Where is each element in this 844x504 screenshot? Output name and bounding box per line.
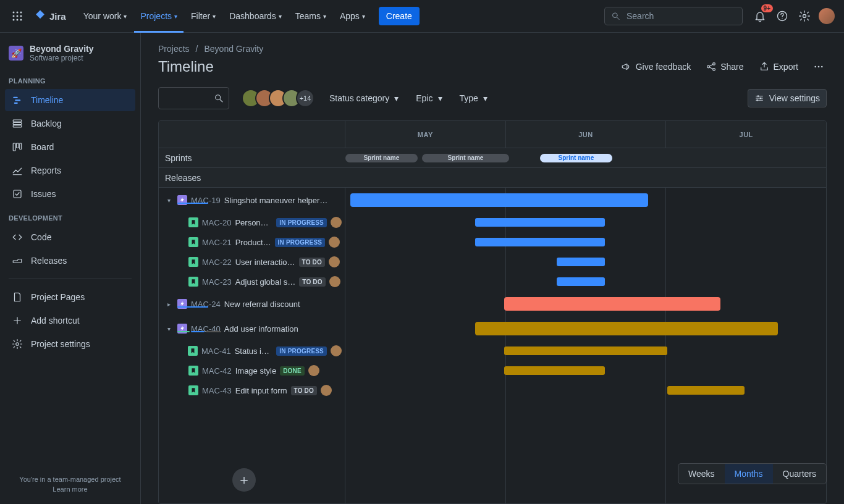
create-button[interactable]: Create bbox=[379, 7, 420, 25]
timeline-bar[interactable] bbox=[504, 297, 720, 311]
issue-summary: Status in… bbox=[235, 346, 273, 356]
issue-key[interactable]: MAC-41 bbox=[201, 346, 231, 356]
epic-row[interactable]: ▾MAC-40Add user information bbox=[159, 316, 826, 341]
expand-icon[interactable]: ▾ bbox=[164, 324, 174, 334]
more-actions-button[interactable] bbox=[811, 57, 827, 76]
assignee-avatar[interactable] bbox=[329, 276, 340, 287]
gear-icon bbox=[11, 338, 23, 350]
nav-apps[interactable]: Apps▾ bbox=[334, 0, 371, 33]
svg-point-12 bbox=[782, 19, 782, 19]
more-icon bbox=[813, 61, 824, 72]
assignee-avatar[interactable] bbox=[331, 345, 342, 356]
zoom-segmented-control: Weeks Months Quarters bbox=[678, 463, 827, 484]
nav-teams[interactable]: Teams▾ bbox=[289, 0, 332, 33]
zoom-months[interactable]: Months bbox=[725, 464, 773, 484]
timeline-bar[interactable] bbox=[667, 386, 744, 395]
filter-status-category[interactable]: Status category▾ bbox=[327, 90, 401, 107]
issue-key[interactable]: MAC-22 bbox=[202, 258, 232, 267]
project-header[interactable]: 🚀 Beyond Gravity Software project bbox=[0, 38, 140, 69]
filter-type[interactable]: Type▾ bbox=[457, 90, 490, 107]
issue-key[interactable]: MAC-42 bbox=[202, 366, 232, 376]
avatar-more[interactable]: +14 bbox=[296, 89, 314, 107]
story-row[interactable]: MAC-23Adjust global s…TO DO bbox=[159, 272, 826, 292]
timeline-bar[interactable] bbox=[557, 258, 605, 266]
sidebar-item-board[interactable]: Board bbox=[5, 136, 135, 158]
assignee-filter-avatars[interactable]: +14 bbox=[242, 89, 314, 107]
timeline-bar[interactable] bbox=[504, 346, 668, 355]
sprint-pill[interactable]: Sprint name bbox=[540, 154, 612, 162]
assignee-avatar[interactable] bbox=[331, 217, 342, 228]
add-fab[interactable]: ＋ bbox=[232, 468, 256, 492]
sprint-pill[interactable]: Sprint name bbox=[422, 154, 509, 162]
timeline-search[interactable] bbox=[158, 87, 229, 109]
timeline-bar[interactable] bbox=[350, 193, 648, 207]
timeline-bar[interactable] bbox=[557, 277, 605, 286]
sidebar-item-issues[interactable]: Issues bbox=[5, 183, 135, 205]
assignee-avatar[interactable] bbox=[321, 385, 332, 396]
timeline-bar[interactable] bbox=[475, 322, 778, 335]
notifications-icon[interactable]: 9+ bbox=[750, 6, 770, 26]
sidebar-item-releases[interactable]: Releases bbox=[5, 250, 135, 272]
timeline-bar[interactable] bbox=[475, 218, 605, 227]
crumb-project[interactable]: Beyond Gravity bbox=[204, 44, 263, 54]
breadcrumb: Projects / Beyond Gravity bbox=[158, 44, 827, 54]
search-input[interactable] bbox=[625, 10, 736, 22]
nav-projects[interactable]: Projects▾ bbox=[134, 0, 184, 33]
issue-key[interactable]: MAC-43 bbox=[202, 386, 232, 395]
view-settings-button[interactable]: View settings bbox=[748, 89, 827, 107]
assignee-avatar[interactable] bbox=[329, 237, 340, 248]
zoom-quarters[interactable]: Quarters bbox=[773, 464, 826, 484]
epic-row[interactable]: ▾MAC-19Slingshot maneuver helper… bbox=[159, 188, 826, 212]
story-row[interactable]: MAC-41Status in…IN PROGRESS bbox=[159, 341, 826, 361]
crumb-projects[interactable]: Projects bbox=[158, 44, 190, 54]
global-search[interactable] bbox=[604, 7, 743, 25]
story-row[interactable]: MAC-43Edit input formTO DO bbox=[159, 380, 826, 400]
learn-more-link[interactable]: Learn more bbox=[6, 485, 134, 493]
issue-key[interactable]: MAC-23 bbox=[202, 277, 232, 287]
timeline-bar[interactable] bbox=[475, 238, 605, 246]
sidebar-item-pages[interactable]: Project Pages bbox=[5, 286, 135, 308]
sidebar-item-settings[interactable]: Project settings bbox=[5, 333, 135, 355]
settings-icon[interactable] bbox=[795, 6, 814, 26]
svg-rect-19 bbox=[13, 125, 22, 127]
month-header: MAY bbox=[345, 121, 506, 148]
story-row[interactable]: MAC-42Image styleDONE bbox=[159, 361, 826, 380]
code-icon bbox=[11, 231, 23, 243]
story-row[interactable]: MAC-22User interactio…TO DO bbox=[159, 252, 826, 272]
sidebar-item-reports[interactable]: Reports bbox=[5, 159, 135, 182]
sidebar-item-shortcut[interactable]: Add shortcut bbox=[5, 309, 135, 332]
status-badge: TO DO bbox=[299, 277, 325, 287]
issue-key[interactable]: MAC-21 bbox=[202, 238, 232, 247]
zoom-weeks[interactable]: Weeks bbox=[678, 464, 725, 484]
profile-avatar[interactable] bbox=[817, 6, 837, 26]
sidebar-item-timeline[interactable]: Timeline bbox=[5, 89, 135, 111]
story-row[interactable]: MAC-20Persona…IN PROGRESS bbox=[159, 212, 826, 232]
app-switcher-icon[interactable] bbox=[7, 6, 27, 26]
nav-filter[interactable]: Filter▾ bbox=[185, 0, 222, 33]
epic-row[interactable]: ▸MAC-24New referral discount bbox=[159, 292, 826, 316]
assignee-avatar[interactable] bbox=[308, 365, 319, 376]
assignee-avatar[interactable] bbox=[329, 256, 340, 267]
share-button[interactable]: Share bbox=[703, 57, 746, 76]
filter-epic[interactable]: Epic▾ bbox=[413, 90, 444, 107]
timeline-bar[interactable] bbox=[504, 366, 605, 375]
sidebar-item-backlog[interactable]: Backlog bbox=[5, 112, 135, 135]
backlog-icon bbox=[11, 117, 23, 130]
expand-icon[interactable]: ▸ bbox=[164, 299, 174, 309]
nav-dashboards[interactable]: Dashboards▾ bbox=[223, 0, 288, 33]
story-row[interactable]: MAC-21Product…IN PROGRESS bbox=[159, 232, 826, 252]
svg-point-26 bbox=[16, 343, 19, 346]
jira-logo[interactable]: Jira bbox=[30, 9, 70, 23]
status-badge: TO DO bbox=[291, 386, 317, 395]
sprint-pill[interactable]: Sprint name bbox=[345, 154, 418, 162]
sidebar-item-code[interactable]: Code bbox=[5, 226, 135, 248]
export-button[interactable]: Export bbox=[756, 57, 801, 76]
give-feedback-button[interactable]: Give feedback bbox=[618, 57, 694, 76]
expand-icon[interactable]: ▾ bbox=[164, 195, 174, 205]
svg-rect-23 bbox=[14, 190, 21, 198]
svg-point-33 bbox=[818, 66, 820, 68]
issue-key[interactable]: MAC-20 bbox=[202, 218, 232, 227]
help-icon[interactable] bbox=[772, 6, 792, 26]
progress-bar bbox=[177, 331, 339, 332]
nav-your-work[interactable]: Your work▾ bbox=[77, 0, 133, 33]
